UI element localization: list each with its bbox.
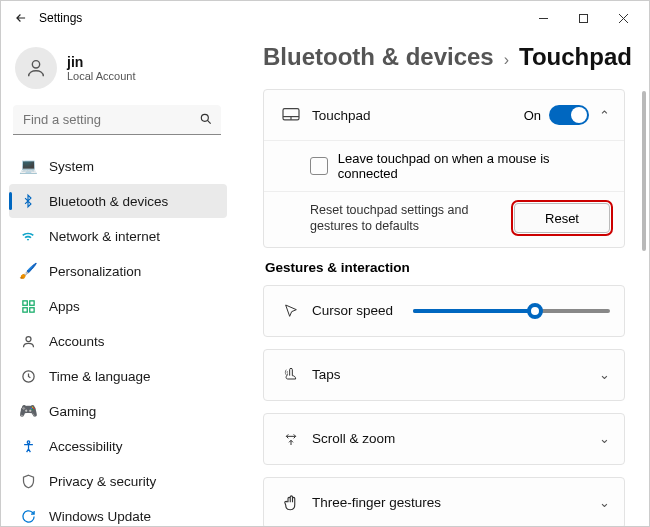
scroll-zoom-label: Scroll & zoom (312, 431, 599, 446)
wifi-icon (19, 229, 37, 243)
nav-label: System (49, 159, 94, 174)
hand-icon (278, 494, 304, 512)
sidebar-item-gaming[interactable]: 🎮Gaming (9, 394, 227, 428)
scroll-zoom-row[interactable]: Scroll & zoom ⌄ (263, 413, 625, 465)
reset-row: Reset touchpad settings and gestures to … (264, 191, 624, 247)
svg-line-4 (207, 120, 210, 123)
user-profile[interactable]: jin Local Account (9, 41, 227, 105)
cursor-speed-label: Cursor speed (312, 303, 393, 318)
touchpad-toggle[interactable] (549, 105, 589, 125)
slider-thumb[interactable] (527, 303, 543, 319)
chevron-down-icon[interactable]: ⌄ (599, 367, 610, 382)
three-finger-label: Three-finger gestures (312, 495, 599, 510)
minimize-button[interactable] (523, 4, 563, 32)
sidebar-item-windows-update[interactable]: Windows Update (9, 499, 227, 527)
back-button[interactable] (7, 4, 35, 32)
apps-icon (19, 299, 37, 314)
nav-label: Apps (49, 299, 80, 314)
breadcrumb-parent[interactable]: Bluetooth & devices (263, 43, 494, 71)
nav-label: Time & language (49, 369, 151, 384)
brush-icon: 🖌️ (19, 262, 37, 280)
touchpad-toggle-row[interactable]: Touchpad On ⌃ (264, 90, 624, 140)
update-icon (19, 509, 37, 524)
titlebar: Settings (1, 1, 649, 35)
reset-button[interactable]: Reset (514, 203, 610, 233)
sidebar-item-accounts[interactable]: Accounts (9, 324, 227, 358)
svg-point-3 (201, 114, 208, 121)
taps-row[interactable]: Taps ⌄ (263, 349, 625, 401)
page-title: Touchpad (519, 43, 632, 71)
nav-label: Privacy & security (49, 474, 156, 489)
cursor-icon (278, 303, 304, 319)
leave-touchpad-on-row[interactable]: Leave touchpad on when a mouse is connec… (264, 140, 624, 191)
toggle-state: On (524, 108, 541, 123)
content-area: Bluetooth & devices › Touchpad Touchpad … (235, 35, 649, 526)
tap-icon (278, 366, 304, 384)
scrollbar[interactable] (642, 91, 646, 251)
window-controls (523, 4, 643, 32)
sidebar-item-accessibility[interactable]: Accessibility (9, 429, 227, 463)
accounts-icon (19, 334, 37, 349)
svg-rect-8 (29, 307, 33, 311)
system-icon: 💻 (19, 157, 37, 175)
shield-icon (19, 474, 37, 489)
sidebar-item-time-language[interactable]: Time & language (9, 359, 227, 393)
sidebar: jin Local Account 💻System Bluetooth & de… (1, 35, 235, 526)
nav: 💻System Bluetooth & devices Network & in… (9, 149, 227, 527)
three-finger-row[interactable]: Three-finger gestures ⌄ (263, 477, 625, 527)
nav-label: Accounts (49, 334, 105, 349)
chevron-down-icon[interactable]: ⌄ (599, 431, 610, 446)
sidebar-item-bluetooth-devices[interactable]: Bluetooth & devices (9, 184, 227, 218)
cursor-speed-slider[interactable] (413, 309, 610, 313)
sidebar-item-apps[interactable]: Apps (9, 289, 227, 323)
user-name: jin (67, 54, 136, 70)
chevron-right-icon: › (504, 51, 509, 69)
leave-touchpad-on-checkbox[interactable] (310, 157, 328, 175)
bluetooth-icon (19, 193, 37, 209)
slider-fill (413, 309, 535, 313)
scroll-zoom-icon (278, 431, 304, 447)
search-input[interactable] (13, 105, 221, 135)
nav-label: Accessibility (49, 439, 123, 454)
reset-description: Reset touchpad settings and gestures to … (310, 202, 500, 235)
svg-rect-7 (22, 307, 26, 311)
search-icon (199, 112, 213, 129)
chevron-up-icon[interactable]: ⌃ (599, 108, 610, 123)
sidebar-item-network[interactable]: Network & internet (9, 219, 227, 253)
maximize-button[interactable] (563, 4, 603, 32)
svg-point-9 (26, 336, 31, 341)
svg-point-2 (32, 61, 39, 68)
close-button[interactable] (603, 4, 643, 32)
clock-icon (19, 369, 37, 384)
gestures-section-title: Gestures & interaction (265, 260, 639, 275)
sidebar-item-personalization[interactable]: 🖌️Personalization (9, 254, 227, 288)
sidebar-item-system[interactable]: 💻System (9, 149, 227, 183)
leave-touchpad-on-label: Leave touchpad on when a mouse is connec… (338, 151, 610, 181)
gaming-icon: 🎮 (19, 402, 37, 420)
nav-label: Gaming (49, 404, 96, 419)
svg-rect-1 (579, 14, 587, 22)
chevron-down-icon[interactable]: ⌄ (599, 495, 610, 510)
window-title: Settings (39, 11, 82, 25)
cursor-speed-row[interactable]: Cursor speed (263, 285, 625, 337)
sidebar-item-privacy[interactable]: Privacy & security (9, 464, 227, 498)
svg-rect-5 (22, 300, 26, 304)
nav-label: Bluetooth & devices (49, 194, 168, 209)
avatar (15, 47, 57, 89)
touchpad-card: Touchpad On ⌃ Leave touchpad on when a m… (263, 89, 625, 248)
nav-label: Personalization (49, 264, 141, 279)
nav-label: Windows Update (49, 509, 151, 524)
svg-rect-6 (29, 300, 33, 304)
svg-point-11 (27, 440, 30, 443)
touchpad-icon (278, 107, 304, 123)
accessibility-icon (19, 439, 37, 454)
touchpad-label: Touchpad (312, 108, 524, 123)
nav-label: Network & internet (49, 229, 160, 244)
taps-label: Taps (312, 367, 599, 382)
breadcrumb: Bluetooth & devices › Touchpad (263, 43, 639, 71)
user-subtitle: Local Account (67, 70, 136, 82)
